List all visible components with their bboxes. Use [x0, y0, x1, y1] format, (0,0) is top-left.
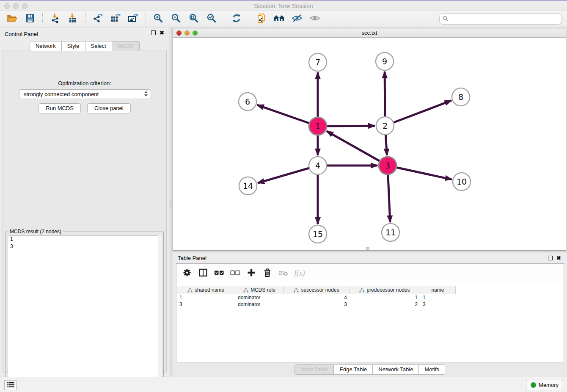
network-canvas[interactable]: 7968124314101511 — [173, 38, 566, 250]
deselect-all-button[interactable] — [228, 266, 242, 280]
show-columns-button[interactable] — [196, 266, 210, 280]
graph-node-9[interactable]: 9 — [376, 52, 394, 70]
tab-select[interactable]: Select — [85, 41, 112, 51]
table-cell[interactable]: 2 — [350, 301, 420, 308]
control-panel-header: Control Panel ✖ — [0, 28, 169, 40]
delete-column-button[interactable] — [260, 266, 275, 280]
export-table-button[interactable] — [108, 12, 123, 26]
graph-node-11[interactable]: 11 — [382, 224, 399, 241]
import-network-button[interactable] — [47, 12, 63, 26]
graph-edge-2-8[interactable] — [385, 101, 451, 126]
refresh-icon — [231, 13, 242, 25]
tab-edge-table[interactable]: Edge Table — [333, 364, 373, 375]
tab-style[interactable]: Style — [61, 41, 85, 51]
graph-edge-3-10[interactable] — [388, 166, 452, 179]
tab-node-table[interactable]: Node Table — [295, 364, 334, 375]
zoom-out-button[interactable] — [168, 12, 184, 26]
houses-icon — [273, 13, 286, 25]
mcds-result-item: 3 — [8, 243, 161, 250]
graph-node-14[interactable]: 14 — [239, 177, 257, 195]
show-all-button[interactable] — [307, 12, 322, 26]
export-network-button[interactable] — [90, 12, 105, 26]
table-settings-button[interactable] — [180, 266, 194, 280]
graph-node-label: 11 — [385, 228, 396, 237]
graph-node-label: 15 — [313, 229, 323, 239]
float-table-panel-icon[interactable] — [548, 256, 553, 260]
table-cell[interactable]: dominator — [235, 301, 284, 308]
refresh-button[interactable] — [229, 12, 244, 26]
column-header-predecessor-nodes[interactable]: predecessor nodes — [350, 286, 420, 294]
graph-node-15[interactable]: 15 — [309, 225, 327, 243]
status-bar: Memory — [0, 377, 567, 392]
eye-icon — [309, 13, 320, 25]
graph-node-label: 10 — [457, 177, 467, 186]
graph-node-label: 7 — [315, 58, 320, 67]
table-panel-header: Table Panel ✖ — [173, 253, 567, 263]
table-cell[interactable]: 1 — [420, 294, 456, 301]
network-from-selection-button[interactable] — [254, 12, 269, 26]
delete-table-button[interactable] — [276, 266, 291, 280]
mcds-result-list[interactable]: 13 — [8, 235, 162, 389]
table-row[interactable]: 3dominator323 — [177, 301, 456, 308]
network-window-titlebar[interactable]: x – + scc.txt — [173, 28, 566, 38]
graph-node-3[interactable]: 3 — [379, 157, 396, 174]
graph-node-4[interactable]: 4 — [309, 157, 327, 174]
column-header-shared-name[interactable]: shared name — [177, 286, 235, 294]
home-button[interactable] — [272, 12, 287, 26]
tab-network-table[interactable]: Network Table — [372, 364, 419, 375]
close-table-panel-icon[interactable]: ✖ — [556, 256, 561, 260]
float-panel-icon[interactable] — [151, 30, 156, 35]
import-table-button[interactable] — [65, 12, 80, 26]
add-column-button[interactable] — [244, 266, 259, 280]
table-cell[interactable]: 3 — [420, 301, 456, 308]
unchecked-boxes-icon — [230, 268, 241, 279]
run-mcds-button[interactable]: Run MCDS — [39, 103, 81, 113]
tab-mcds[interactable]: MCDS — [112, 41, 140, 51]
graph-node-7[interactable]: 7 — [309, 53, 327, 71]
table-cell[interactable]: 4 — [284, 294, 350, 301]
graph-node-8[interactable]: 8 — [452, 88, 470, 106]
hide-selected-button[interactable] — [289, 12, 305, 26]
table-cell[interactable]: 1 — [177, 294, 235, 301]
search-input[interactable] — [439, 13, 562, 25]
mcds-panel: Optimization criterion: strongly connect… — [3, 50, 167, 373]
fit-content-button[interactable] — [186, 12, 201, 26]
graph-node-1[interactable]: 1 — [309, 117, 327, 135]
function-builder-icon: f(x) — [295, 269, 305, 278]
settings-gear-icon — [182, 268, 192, 279]
column-tree-icon — [359, 288, 364, 293]
close-panel-button[interactable]: Close panel — [87, 103, 131, 113]
graph-node-2[interactable]: 2 — [376, 117, 394, 135]
list-icon — [7, 382, 14, 389]
table-row[interactable]: 1dominator411 — [177, 294, 456, 301]
zoom-in-button[interactable] — [151, 12, 166, 26]
criterion-select[interactable]: strongly connected component — [19, 89, 151, 99]
table-cell[interactable]: 3 — [177, 301, 235, 308]
result-scrollbar[interactable] — [158, 235, 162, 389]
toolbar-separator — [146, 13, 146, 25]
open-session-button[interactable] — [5, 12, 20, 26]
table-cell[interactable]: dominator — [235, 294, 284, 301]
trash-icon — [263, 268, 272, 279]
canvas-resize-grip[interactable] — [366, 247, 369, 250]
close-panel-icon[interactable]: ✖ — [160, 30, 164, 35]
tab-motifs[interactable]: Motifs — [418, 364, 445, 375]
save-session-button[interactable] — [22, 12, 38, 26]
graph-edge-1-6[interactable] — [257, 105, 318, 126]
memory-button[interactable]: Memory — [526, 380, 563, 390]
select-all-button[interactable] — [212, 266, 226, 280]
function-builder-button[interactable]: f(x) — [292, 266, 307, 280]
export-image-button[interactable] — [126, 12, 141, 26]
table-panel-title: Table Panel — [178, 255, 206, 261]
graph-node-6[interactable]: 6 — [239, 93, 256, 110]
column-header-mcds-role[interactable]: MCDS role — [235, 286, 284, 294]
graph-node-10[interactable]: 10 — [453, 173, 471, 190]
table-cell[interactable]: 3 — [284, 301, 350, 308]
column-header-successor-nodes[interactable]: successor nodes — [284, 286, 350, 294]
task-history-button[interactable] — [4, 380, 17, 390]
column-header-name[interactable]: name — [420, 286, 456, 294]
tab-network[interactable]: Network — [30, 41, 62, 51]
zoom-selected-button[interactable] — [204, 12, 219, 26]
graph-edge-3-1[interactable] — [327, 131, 388, 166]
table-cell[interactable]: 1 — [350, 294, 420, 301]
